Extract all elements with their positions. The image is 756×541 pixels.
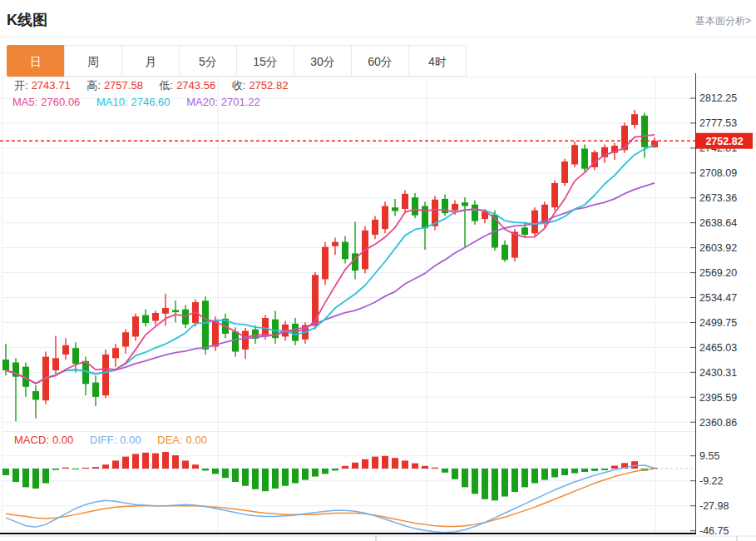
ma5-value: 2760.06	[41, 96, 80, 108]
svg-text:2673.36: 2673.36	[699, 192, 737, 204]
open-value: 2743.71	[32, 79, 71, 92]
svg-text:2603.92: 2603.92	[699, 242, 737, 254]
high-value: 2757.58	[104, 79, 143, 92]
high-label: 高:	[86, 79, 101, 92]
candles	[2, 110, 658, 421]
ma5-label: MA5:	[12, 96, 37, 108]
open-label: 开:	[14, 79, 28, 92]
fundamental-analysis-link[interactable]: 基本面分析>	[695, 14, 751, 28]
current-price-tag: 2752.82	[696, 133, 753, 149]
macd-legend: MACD:0.00 DIFF:0.00 DEA:0.00	[14, 434, 210, 446]
svg-text:2360.86: 2360.86	[699, 417, 737, 429]
tab-5min[interactable]: 5分	[179, 45, 237, 77]
header-divider	[0, 37, 756, 37]
tab-30min[interactable]: 30分	[294, 45, 352, 77]
svg-text:2465.03: 2465.03	[699, 342, 737, 354]
svg-text:2534.47: 2534.47	[699, 292, 737, 304]
macd-panel	[2, 452, 658, 533]
tab-day[interactable]: 日	[7, 45, 65, 77]
ma20-label: MA20:	[186, 96, 218, 108]
svg-text:-46.75: -46.75	[699, 525, 729, 537]
ma20-value: 2701.22	[221, 96, 260, 108]
low-value: 2743.56	[176, 79, 215, 92]
svg-text:9.55: 9.55	[699, 450, 719, 462]
diff-label: DIFF:	[90, 434, 117, 446]
period-tabs: 日 周 月 5分 15分 30分 60分 4时	[7, 45, 467, 77]
tab-week[interactable]: 周	[64, 45, 122, 77]
tab-15min[interactable]: 15分	[236, 45, 294, 77]
ohlc-legend: 开:2743.71 高:2757.58 低:2743.56 收:2752.82	[14, 78, 291, 93]
svg-text:-27.98: -27.98	[699, 500, 729, 512]
svg-text:2569.20: 2569.20	[699, 267, 737, 279]
macd-value: 0.00	[52, 434, 73, 446]
kline-widget: 2812.252777.532742.812708.092673.362638.…	[0, 0, 756, 541]
tab-month[interactable]: 月	[121, 45, 180, 77]
bottom-scrollbar	[0, 536, 756, 541]
macd-label: MACD:	[14, 434, 49, 446]
ma-legend: MA5:2760.06 MA10:2746.60 MA20:2701.22	[12, 96, 264, 108]
svg-text:2430.31: 2430.31	[699, 367, 737, 379]
svg-text:2777.53: 2777.53	[699, 117, 737, 129]
ma-lines	[6, 135, 655, 384]
dea-value: 0.00	[186, 434, 207, 446]
svg-text:2752.82: 2752.82	[705, 136, 743, 147]
diff-value: 0.00	[120, 434, 141, 446]
page-title: K线图	[7, 10, 47, 30]
svg-text:2638.64: 2638.64	[699, 217, 737, 229]
ma10-label: MA10:	[96, 96, 128, 108]
tab-4hour[interactable]: 4时	[408, 45, 467, 77]
ma10-value: 2746.60	[131, 96, 170, 108]
svg-text:2812.25: 2812.25	[699, 92, 737, 104]
svg-text:-9.22: -9.22	[699, 475, 724, 487]
tab-60min[interactable]: 60分	[351, 45, 409, 77]
svg-text:2708.09: 2708.09	[699, 167, 737, 179]
dea-label: DEA:	[157, 434, 182, 446]
low-label: 低:	[160, 79, 174, 92]
close-label: 收:	[232, 79, 246, 92]
svg-text:2395.59: 2395.59	[699, 392, 737, 404]
svg-text:2499.75: 2499.75	[699, 317, 737, 329]
close-value: 2752.82	[249, 79, 288, 92]
